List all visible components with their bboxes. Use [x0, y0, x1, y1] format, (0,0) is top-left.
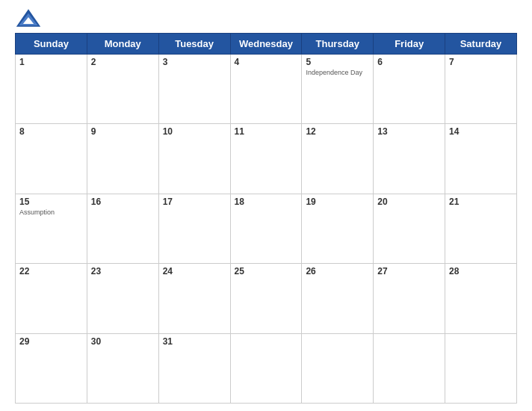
- day-number: 24: [163, 266, 226, 276]
- day-number: 19: [306, 197, 369, 207]
- weekday-header-thursday: Thursday: [302, 34, 374, 55]
- calendar-table: SundayMondayTuesdayWednesdayThursdayFrid…: [15, 33, 517, 404]
- week-row-1: 12345Independence Day67: [16, 55, 517, 124]
- calendar-cell: 25: [230, 264, 302, 333]
- calendar-cell: 1: [16, 55, 87, 124]
- week-row-4: 22232425262728: [16, 264, 517, 333]
- weekday-header-tuesday: Tuesday: [158, 34, 230, 55]
- day-number: 31: [163, 336, 226, 347]
- top-header: [15, 7, 517, 28]
- calendar-cell: 16: [87, 194, 158, 263]
- calendar-cell: [445, 333, 517, 403]
- day-number: 29: [19, 336, 83, 347]
- day-number: 6: [377, 57, 441, 67]
- day-number: 18: [235, 197, 298, 207]
- day-number: 4: [235, 57, 298, 67]
- calendar-cell: 8: [16, 124, 87, 194]
- weekday-header-friday: Friday: [374, 34, 445, 55]
- holiday-label: Independence Day: [306, 69, 369, 77]
- day-number: 1: [19, 57, 83, 67]
- general-blue-icon: [15, 7, 42, 28]
- week-row-3: 15Assumption161718192021: [16, 194, 517, 263]
- day-number: 15: [19, 197, 83, 207]
- logo: [15, 7, 45, 28]
- day-number: 9: [91, 126, 155, 137]
- calendar-cell: [374, 333, 445, 403]
- calendar-cell: 7: [445, 55, 517, 124]
- calendar-cell: 17: [158, 194, 230, 263]
- calendar-cell: 10: [158, 124, 230, 194]
- day-number: 3: [163, 57, 226, 67]
- weekday-header-saturday: Saturday: [445, 34, 517, 55]
- week-row-5: 293031: [16, 333, 517, 403]
- day-number: 30: [91, 336, 155, 347]
- weekday-header-row: SundayMondayTuesdayWednesdayThursdayFrid…: [16, 34, 517, 55]
- calendar-cell: 27: [374, 264, 445, 333]
- day-number: 11: [235, 126, 298, 137]
- day-number: 22: [19, 266, 83, 276]
- day-number: 7: [449, 57, 513, 67]
- calendar-cell: 4: [230, 55, 302, 124]
- calendar-cell: 29: [16, 333, 87, 403]
- day-number: 17: [163, 197, 226, 207]
- calendar-cell: 13: [374, 124, 445, 194]
- calendar-cell: 12: [302, 124, 374, 194]
- calendar-cell: 9: [87, 124, 158, 194]
- day-number: 16: [91, 197, 155, 207]
- calendar-cell: 3: [158, 55, 230, 124]
- calendar-cell: 19: [302, 194, 374, 263]
- calendar-cell: 22: [16, 264, 87, 333]
- weekday-header-monday: Monday: [87, 34, 158, 55]
- day-number: 20: [377, 197, 441, 207]
- calendar-cell: 2: [87, 55, 158, 124]
- calendar-cell: 14: [445, 124, 517, 194]
- calendar-cell: 23: [87, 264, 158, 333]
- day-number: 5: [306, 57, 369, 67]
- weekday-header-sunday: Sunday: [16, 34, 87, 55]
- calendar-cell: 31: [158, 333, 230, 403]
- calendar-cell: 18: [230, 194, 302, 263]
- calendar-cell: 24: [158, 264, 230, 333]
- week-row-2: 891011121314: [16, 124, 517, 194]
- day-number: 23: [91, 266, 155, 276]
- day-number: 8: [19, 126, 83, 137]
- day-number: 25: [235, 266, 298, 276]
- day-number: 26: [306, 266, 369, 276]
- day-number: 12: [306, 126, 369, 137]
- day-number: 27: [377, 266, 441, 276]
- day-number: 14: [449, 126, 513, 137]
- calendar-cell: 5Independence Day: [302, 55, 374, 124]
- calendar-cell: 26: [302, 264, 374, 333]
- day-number: 2: [91, 57, 155, 67]
- calendar-cell: 20: [374, 194, 445, 263]
- calendar-cell: 11: [230, 124, 302, 194]
- calendar-cell: 30: [87, 333, 158, 403]
- calendar-cell: 6: [374, 55, 445, 124]
- calendar-cell: 28: [445, 264, 517, 333]
- day-number: 13: [377, 126, 441, 137]
- day-number: 21: [449, 197, 513, 207]
- day-number: 28: [449, 266, 513, 276]
- calendar-cell: 15Assumption: [16, 194, 87, 263]
- calendar-cell: [230, 333, 302, 403]
- day-number: 10: [163, 126, 226, 137]
- calendar-cell: [302, 333, 374, 403]
- calendar-cell: 21: [445, 194, 517, 263]
- holiday-label: Assumption: [19, 208, 83, 217]
- weekday-header-wednesday: Wednesday: [230, 34, 302, 55]
